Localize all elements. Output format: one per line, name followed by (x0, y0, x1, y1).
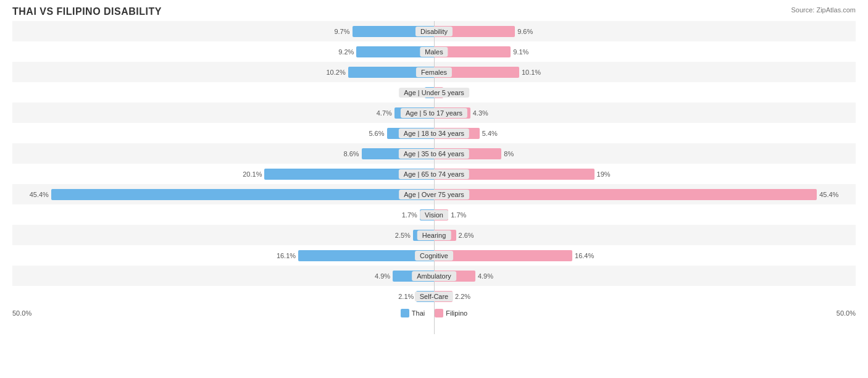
axis-right-label: 50.0% (837, 309, 856, 317)
row-label: Age | 18 to 34 years (399, 128, 469, 138)
row-label: Self-Care (415, 292, 453, 301)
legend-filipino: Filipino (435, 309, 467, 317)
source-text: Source: ZipAtlas.com (791, 6, 856, 14)
axis-left-label: 50.0% (12, 309, 31, 317)
legend-thai: Thai (401, 309, 425, 317)
row-label: Disability (415, 27, 453, 36)
val-filipino: 4.9% (478, 272, 493, 280)
row-label: Ambulatory (412, 271, 456, 281)
row-label: Age | 5 to 17 years (401, 108, 467, 118)
val-thai: 4.7% (377, 109, 392, 117)
val-filipino: 9.1% (513, 48, 528, 56)
val-thai: 5.6% (369, 130, 384, 137)
val-filipino: 45.4% (819, 191, 838, 198)
row-label: Males (420, 47, 448, 57)
row-label: Age | Over 75 years (399, 190, 469, 200)
val-filipino: 4.3% (473, 109, 488, 117)
row-label: Vision (420, 210, 448, 220)
legend-filipino-label: Filipino (446, 309, 467, 317)
chart-title: THAI VS FILIPINO DISABILITY (12, 6, 856, 17)
row-label: Age | 65 to 74 years (399, 169, 469, 179)
val-thai: 45.4% (30, 191, 49, 198)
row-label: Hearing (417, 230, 451, 240)
chart-container: THAI VS FILIPINO DISABILITY Source: ZipA… (0, 0, 868, 378)
row-label: Females (416, 67, 452, 77)
bar-thai (51, 189, 434, 200)
val-thai: 8.6% (343, 150, 359, 158)
val-filipino: 8% (504, 150, 514, 158)
val-thai: 2.1% (398, 293, 414, 300)
legend-filipino-box (435, 309, 443, 317)
val-filipino: 10.1% (522, 69, 541, 76)
bar-thai (298, 250, 434, 261)
row-label: Cognitive (415, 251, 453, 261)
val-thai: 10.2% (326, 69, 345, 76)
val-filipino: 5.4% (482, 130, 498, 137)
val-thai: 9.2% (338, 48, 354, 56)
row-label: Age | 35 to 64 years (399, 149, 469, 159)
val-filipino: 2.2% (455, 293, 470, 300)
val-filipino: 9.6% (517, 28, 533, 35)
val-filipino: 2.6% (459, 232, 474, 239)
val-filipino: 1.7% (451, 211, 466, 219)
val-thai: 9.7% (334, 28, 349, 35)
bar-filipino (434, 189, 817, 200)
row-label: Age | Under 5 years (399, 88, 469, 98)
bar-filipino (434, 250, 572, 261)
val-filipino: 16.4% (575, 252, 594, 259)
val-thai: 1.7% (402, 211, 417, 219)
val-thai: 16.1% (277, 252, 296, 259)
val-filipino: 19% (597, 170, 611, 178)
val-thai: 2.5% (395, 232, 411, 239)
legend-thai-label: Thai (412, 309, 425, 317)
chart-area: Disability9.7%9.6%Males9.2%9.1%Females10… (12, 21, 856, 334)
legend-thai-box (401, 309, 409, 317)
val-thai: 20.1% (243, 170, 262, 178)
val-thai: 4.9% (375, 272, 390, 280)
